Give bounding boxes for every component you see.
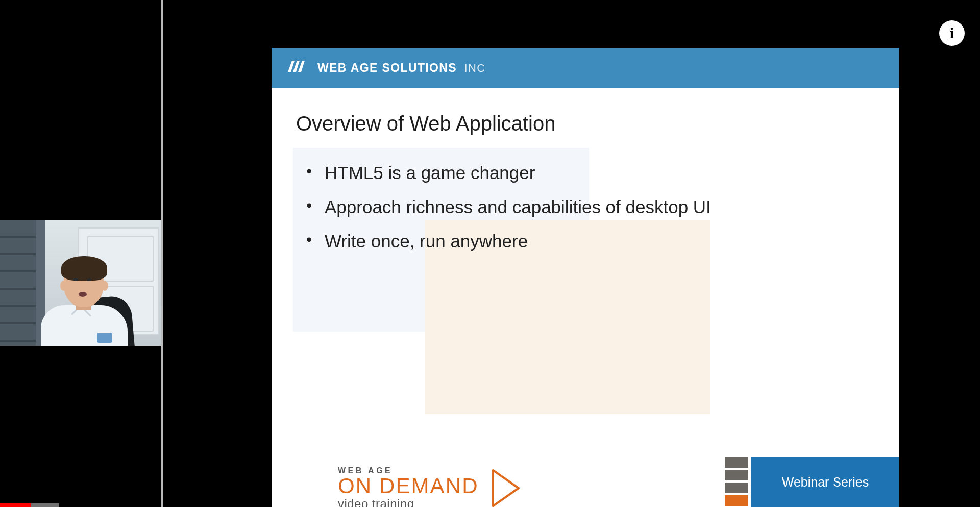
brand-suffix: INC (464, 62, 485, 74)
progress-played (0, 503, 31, 507)
progress-buffered (31, 503, 59, 507)
info-icon: i (950, 24, 954, 42)
ondemand-title: ON DEMAND (338, 475, 479, 497)
video-progress-bar[interactable] (0, 503, 980, 507)
slide-bullet: HTML5 is a game changer (325, 156, 875, 190)
play-outline-icon (491, 468, 522, 507)
slide-brand-header: WEB AGE SOLUTIONS INC (272, 48, 899, 88)
slide-bullet-list: HTML5 is a game changer Approach richnes… (296, 156, 875, 259)
slide-title: Overview of Web Application (296, 112, 875, 135)
slide-bullet: Approach richness and capabilities of de… (325, 190, 875, 224)
presenter-webcam (0, 220, 161, 346)
webinar-series-label: Webinar Series (751, 457, 899, 507)
info-card-button[interactable]: i (939, 20, 965, 46)
pane-divider (161, 0, 163, 507)
on-demand-mark: WEB AGE ON DEMAND video training (338, 466, 479, 507)
slide-bullet: Write once, run anywhere (325, 224, 875, 258)
decorative-bars-icon (725, 457, 748, 507)
video-player-stage[interactable]: WEB AGE SOLUTIONS INC Overview of Web Ap… (0, 0, 980, 507)
brand-text: WEB AGE SOLUTIONS INC (317, 61, 485, 75)
brand-logo-icon (285, 57, 307, 79)
brand-main: WEB AGE SOLUTIONS (317, 61, 457, 74)
presentation-slide: WEB AGE SOLUTIONS INC Overview of Web Ap… (272, 48, 899, 507)
webinar-series-badge: Webinar Series (751, 457, 899, 507)
